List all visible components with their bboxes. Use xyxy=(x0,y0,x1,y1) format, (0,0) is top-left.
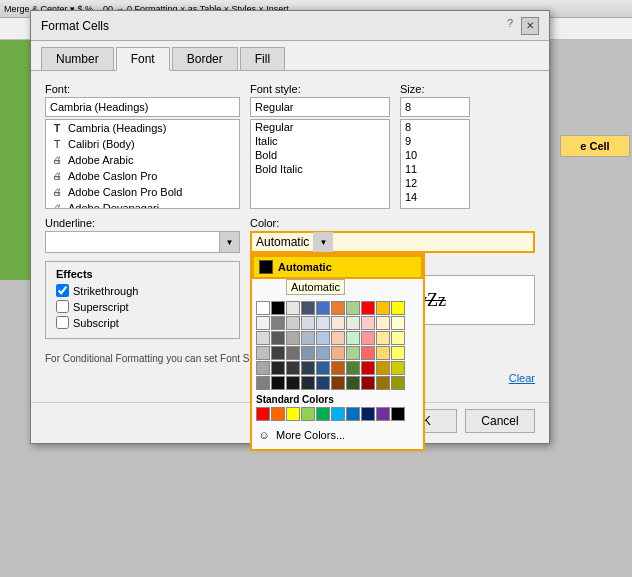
color-cell[interactable] xyxy=(286,361,300,375)
color-cell[interactable] xyxy=(256,331,270,345)
standard-color-cell[interactable] xyxy=(346,407,360,421)
color-cell[interactable] xyxy=(331,376,345,390)
subscript-checkbox[interactable] xyxy=(56,316,69,329)
color-cell[interactable] xyxy=(331,316,345,330)
color-cell[interactable] xyxy=(391,361,405,375)
font-size-item[interactable]: 10 xyxy=(401,148,469,162)
color-cell[interactable] xyxy=(301,346,315,360)
font-list-item[interactable]: 🖨 Adobe Caslon Pro xyxy=(46,168,239,184)
color-cell[interactable] xyxy=(391,376,405,390)
font-style-listbox[interactable]: Regular Italic Bold Bold Italic xyxy=(250,119,390,209)
color-cell[interactable] xyxy=(346,331,360,345)
color-cell[interactable] xyxy=(331,346,345,360)
color-select-display[interactable]: Automatic ▼ xyxy=(250,231,535,253)
color-cell[interactable] xyxy=(271,376,285,390)
color-cell[interactable] xyxy=(346,301,360,315)
color-dropdown-arrow-icon[interactable]: ▼ xyxy=(313,232,333,252)
font-size-input[interactable] xyxy=(400,97,470,117)
color-cell[interactable] xyxy=(376,331,390,345)
color-cell[interactable] xyxy=(391,346,405,360)
close-button[interactable]: ✕ xyxy=(521,17,539,35)
font-style-item[interactable]: Italic xyxy=(251,134,389,148)
color-cell[interactable] xyxy=(271,331,285,345)
color-cell[interactable] xyxy=(256,301,270,315)
color-cell[interactable] xyxy=(346,346,360,360)
color-cell[interactable] xyxy=(331,361,345,375)
font-style-item[interactable]: Bold Italic xyxy=(251,162,389,176)
underline-dropdown-arrow[interactable]: ▼ xyxy=(220,231,240,253)
color-cell[interactable] xyxy=(256,361,270,375)
color-cell[interactable] xyxy=(256,376,270,390)
superscript-checkbox[interactable] xyxy=(56,300,69,313)
color-cell[interactable] xyxy=(301,316,315,330)
color-cell[interactable] xyxy=(271,316,285,330)
color-cell[interactable] xyxy=(286,376,300,390)
color-cell[interactable] xyxy=(271,361,285,375)
color-cell[interactable] xyxy=(286,346,300,360)
color-cell[interactable] xyxy=(391,316,405,330)
color-cell[interactable] xyxy=(376,346,390,360)
font-style-input[interactable] xyxy=(250,97,390,117)
font-size-item[interactable]: 9 xyxy=(401,134,469,148)
font-size-item[interactable]: 8 xyxy=(401,120,469,134)
font-list-item[interactable]: T Cambria (Headings) xyxy=(46,120,239,136)
color-cell[interactable] xyxy=(361,301,375,315)
color-cell[interactable] xyxy=(316,301,330,315)
standard-color-cell[interactable] xyxy=(361,407,375,421)
font-size-listbox[interactable]: 8 9 10 11 12 14 xyxy=(400,119,470,209)
color-cell[interactable] xyxy=(301,361,315,375)
color-cell[interactable] xyxy=(316,316,330,330)
font-style-item[interactable]: Bold xyxy=(251,148,389,162)
underline-select[interactable]: Single Double xyxy=(45,231,220,253)
font-list-item[interactable]: T Calibri (Body) xyxy=(46,136,239,152)
standard-color-cell[interactable] xyxy=(331,407,345,421)
cancel-button[interactable]: Cancel xyxy=(465,409,535,433)
color-cell[interactable] xyxy=(391,331,405,345)
strikethrough-checkbox[interactable] xyxy=(56,284,69,297)
color-cell[interactable] xyxy=(376,361,390,375)
font-list-item[interactable]: 🖨 Adobe Arabic xyxy=(46,152,239,168)
color-cell[interactable] xyxy=(376,376,390,390)
tab-font[interactable]: Font xyxy=(116,47,170,71)
color-cell[interactable] xyxy=(286,316,300,330)
color-cell[interactable] xyxy=(361,331,375,345)
color-cell[interactable] xyxy=(376,316,390,330)
color-cell[interactable] xyxy=(286,331,300,345)
standard-color-cell[interactable] xyxy=(391,407,405,421)
color-cell[interactable] xyxy=(316,376,330,390)
more-colors-row[interactable]: ☺ More Colors... xyxy=(256,425,419,445)
color-cell[interactable] xyxy=(361,376,375,390)
color-cell[interactable] xyxy=(286,301,300,315)
color-cell[interactable] xyxy=(256,316,270,330)
color-cell[interactable] xyxy=(346,361,360,375)
color-cell[interactable] xyxy=(361,316,375,330)
standard-color-cell[interactable] xyxy=(256,407,270,421)
color-cell[interactable] xyxy=(271,346,285,360)
color-cell[interactable] xyxy=(331,301,345,315)
color-cell[interactable] xyxy=(316,361,330,375)
color-cell[interactable] xyxy=(376,301,390,315)
standard-color-cell[interactable] xyxy=(376,407,390,421)
help-icon[interactable]: ? xyxy=(507,17,513,35)
font-name-input[interactable] xyxy=(45,97,240,117)
tab-border[interactable]: Border xyxy=(172,47,238,70)
color-cell[interactable] xyxy=(361,361,375,375)
color-cell[interactable] xyxy=(301,376,315,390)
standard-color-cell[interactable] xyxy=(301,407,315,421)
standard-color-cell[interactable] xyxy=(286,407,300,421)
color-cell[interactable] xyxy=(256,346,270,360)
color-cell[interactable] xyxy=(316,346,330,360)
tab-fill[interactable]: Fill xyxy=(240,47,285,70)
clear-button[interactable]: Clear xyxy=(509,372,535,384)
font-name-listbox[interactable]: T Cambria (Headings) T Calibri (Body) 🖨 … xyxy=(45,119,240,209)
color-cell[interactable] xyxy=(331,331,345,345)
standard-color-cell[interactable] xyxy=(271,407,285,421)
font-size-item[interactable]: 14 xyxy=(401,190,469,204)
font-list-item[interactable]: 🖨 Adobe Devanagari xyxy=(46,200,239,209)
font-style-item[interactable]: Regular xyxy=(251,120,389,134)
font-list-item[interactable]: 🖨 Adobe Caslon Pro Bold xyxy=(46,184,239,200)
tab-number[interactable]: Number xyxy=(41,47,114,70)
color-cell[interactable] xyxy=(271,301,285,315)
font-size-item[interactable]: 12 xyxy=(401,176,469,190)
standard-color-cell[interactable] xyxy=(316,407,330,421)
